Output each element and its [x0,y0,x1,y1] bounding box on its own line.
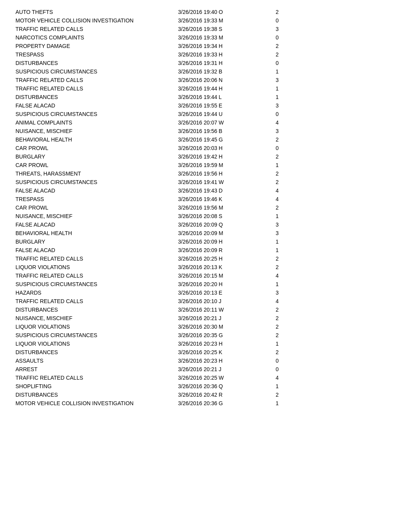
incident-count: 1 [255,239,279,245]
incident-count: 2 [255,349,279,355]
incident-date: 3/26/2016 19:34 H [178,43,255,49]
table-row: TRAFFIC RELATED CALLS3/26/2016 19:44 H1 [15,84,396,93]
incident-date: 3/26/2016 20:35 G [178,332,255,338]
table-row: LIQUOR VIOLATIONS3/26/2016 20:30 M2 [15,322,396,331]
incident-name: THREATS, HARASSMENT [15,171,178,177]
table-row: SUSPICIOUS CIRCUMSTANCES3/26/2016 19:32 … [15,67,396,76]
incident-name: BURGLARY [15,239,178,245]
incident-date: 3/26/2016 19:56 H [178,171,255,177]
incident-count: 3 [255,230,279,236]
incident-name: LIQUOR VIOLATIONS [15,324,178,330]
incident-date: 3/26/2016 20:08 S [178,213,255,219]
incident-name: SUSPICIOUS CIRCUMSTANCES [15,111,178,117]
table-row: ANIMAL COMPLAINTS3/26/2016 20:07 W4 [15,118,396,127]
incident-count: 2 [255,136,279,143]
incident-name: MOTOR VEHICLE COLLISION INVESTIGATION [15,17,178,24]
incident-count: 2 [255,179,279,185]
incident-date: 3/26/2016 20:09 M [178,230,255,236]
table-row: TRESPASS3/26/2016 19:33 H2 [15,50,396,59]
incident-count: 3 [255,77,279,83]
incident-count: 2 [255,324,279,330]
incident-count: 2 [255,392,279,398]
incident-count: 2 [255,51,279,58]
incident-date: 3/26/2016 19:33 M [178,34,255,41]
table-row: SUSPICIOUS CIRCUMSTANCES3/26/2016 20:20 … [15,280,396,288]
incident-name: ASSAULTS [15,358,178,364]
table-row: SUSPICIOUS CIRCUMSTANCES3/26/2016 19:44 … [15,110,396,118]
table-row: TRESPASS3/26/2016 19:46 K4 [15,195,396,203]
incident-count: 4 [255,298,279,304]
incident-date: 3/26/2016 20:11 W [178,307,255,313]
incident-count: 0 [255,145,279,151]
incident-name: TRAFFIC RELATED CALLS [15,298,178,304]
incident-count: 4 [255,273,279,279]
table-row: BEHAVIORAL HEALTH3/26/2016 19:45 G2 [15,135,396,144]
incident-name: CAR PROWL [15,205,178,211]
incident-name: SUSPICIOUS CIRCUMSTANCES [15,332,178,338]
incident-name: NUISANCE, MISCHIEF [15,128,178,134]
incident-date: 3/26/2016 19:55 E [178,102,255,109]
incident-count: 1 [255,400,279,406]
incident-date: 3/26/2016 20:21 J [178,366,255,372]
incident-name: TRESPASS [15,51,178,58]
incident-name: MOTOR VEHICLE COLLISION INVESTIGATION [15,400,178,406]
incident-name: TRAFFIC RELATED CALLS [15,256,178,262]
table-row: SUSPICIOUS CIRCUMSTANCES3/26/2016 19:41 … [15,178,396,186]
table-row: NARCOTICS COMPLAINTS3/26/2016 19:33 M0 [15,33,396,42]
incident-count: 2 [255,332,279,338]
incident-date: 3/26/2016 19:41 W [178,179,255,185]
incident-count: 2 [255,171,279,177]
incident-date: 3/26/2016 19:56 M [178,205,255,211]
incident-date: 3/26/2016 19:59 M [178,162,255,168]
incident-name: SUSPICIOUS CIRCUMSTANCES [15,68,178,75]
incident-date: 3/26/2016 20:21 J [178,315,255,321]
table-row: FALSE ALACAD3/26/2016 20:09 Q3 [15,220,396,229]
incident-date: 3/26/2016 20:15 M [178,273,255,279]
incident-name: FALSE ALACAD [15,222,178,228]
table-row: CAR PROWL3/26/2016 20:03 H0 [15,144,396,152]
incident-count: 0 [255,34,279,41]
table-row: LIQUOR VIOLATIONS3/26/2016 20:13 K2 [15,263,396,271]
incident-count: 1 [255,281,279,287]
incident-count: 2 [255,9,279,15]
incident-date: 3/26/2016 20:07 W [178,119,255,126]
incident-count: 0 [255,358,279,364]
table-row: TRAFFIC RELATED CALLS3/26/2016 20:15 M4 [15,271,396,280]
incident-date: 3/26/2016 20:06 N [178,77,255,83]
incident-count: 4 [255,188,279,194]
incident-count: 1 [255,68,279,75]
incident-date: 3/26/2016 20:09 R [178,247,255,253]
incident-count: 2 [255,256,279,262]
incident-name: CAR PROWL [15,162,178,168]
incident-count: 3 [255,222,279,228]
table-row: CAR PROWL3/26/2016 19:59 M1 [15,161,396,169]
incident-name: FALSE ALACAD [15,188,178,194]
incident-name: BEHAVIORAL HEALTH [15,136,178,143]
table-row: BURGLARY3/26/2016 19:42 H2 [15,152,396,161]
incident-name: TRAFFIC RELATED CALLS [15,375,178,381]
incident-name: TRAFFIC RELATED CALLS [15,273,178,279]
table-row: HAZARDS3/26/2016 20:13 E3 [15,288,396,297]
incident-date: 3/26/2016 20:25 K [178,349,255,355]
incident-name: TRAFFIC RELATED CALLS [15,77,178,83]
incident-date: 3/26/2016 19:44 L [178,94,255,100]
incident-table: AUTO THEFTS3/26/2016 19:40 O2MOTOR VEHIC… [15,8,396,408]
incident-date: 3/26/2016 20:13 K [178,264,255,270]
table-row: DISTURBANCES3/26/2016 19:44 L1 [15,93,396,101]
incident-date: 3/26/2016 19:46 K [178,196,255,202]
incident-date: 3/26/2016 20:42 R [178,392,255,398]
incident-count: 0 [255,366,279,372]
table-row: TRAFFIC RELATED CALLS3/26/2016 20:25 W4 [15,373,396,382]
table-row: TRAFFIC RELATED CALLS3/26/2016 19:38 S3 [15,25,396,33]
incident-name: AUTO THEFTS [15,9,178,15]
incident-count: 3 [255,290,279,296]
incident-date: 3/26/2016 19:44 U [178,111,255,117]
table-row: SHOPLIFTING3/26/2016 20:36 Q1 [15,382,396,390]
incident-name: DISTURBANCES [15,349,178,355]
incident-date: 3/26/2016 20:09 Q [178,222,255,228]
table-row: MOTOR VEHICLE COLLISION INVESTIGATION3/2… [15,399,396,408]
incident-name: SUSPICIOUS CIRCUMSTANCES [15,179,178,185]
incident-count: 0 [255,111,279,117]
table-row: FALSE ALACAD3/26/2016 19:43 D4 [15,186,396,195]
incident-date: 3/26/2016 20:25 H [178,256,255,262]
